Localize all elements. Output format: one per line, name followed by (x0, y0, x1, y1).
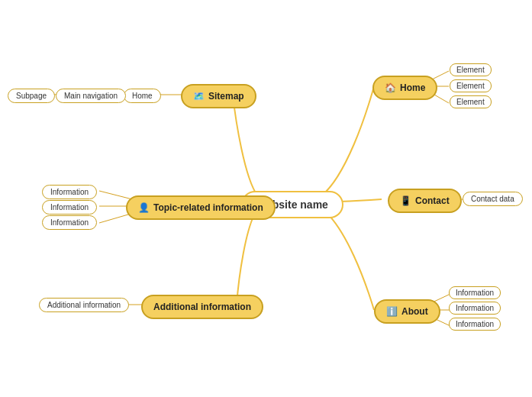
about-info-1: Information (449, 286, 501, 299)
sitemap-node[interactable]: 🗺️ Sitemap (181, 84, 256, 108)
additional-child: Additional information (39, 298, 129, 312)
topic-node[interactable]: 👤 Topic-related information (126, 195, 276, 220)
home-icon: 🏠 (385, 82, 396, 93)
sitemap-child-mainnav: Main navigation (56, 89, 126, 103)
additional-label: Additional information (153, 302, 251, 312)
contact-data: Contact data (463, 192, 523, 206)
topic-info-2: Information (42, 200, 97, 215)
about-info-3: Information (449, 318, 501, 331)
about-info-2: Information (449, 302, 501, 315)
topic-icon: 👤 (138, 202, 150, 213)
contact-icon: 📱 (400, 195, 411, 206)
sitemap-child-home: Home (124, 89, 161, 103)
additional-node[interactable]: Additional information (141, 295, 263, 319)
contact-node[interactable]: 📱 Contact (388, 189, 462, 213)
home-elem-1: Element (450, 63, 492, 76)
about-label: About (401, 306, 428, 317)
about-icon: ℹ️ (386, 306, 398, 317)
sitemap-icon: 🗺️ (193, 91, 205, 102)
contact-label: Contact (415, 195, 450, 206)
home-node[interactable]: 🏠 Home (372, 76, 437, 100)
home-elem-2: Element (450, 79, 492, 92)
about-node[interactable]: ℹ️ About (374, 299, 440, 324)
topic-info-1: Information (42, 185, 97, 199)
sitemap-label: Sitemap (208, 91, 244, 102)
home-elem-3: Element (450, 95, 492, 108)
topic-label: Topic-related information (153, 202, 263, 213)
topic-info-3: Information (42, 215, 97, 230)
home-label: Home (400, 82, 425, 93)
sitemap-child-subpage: Subpage (8, 89, 55, 103)
